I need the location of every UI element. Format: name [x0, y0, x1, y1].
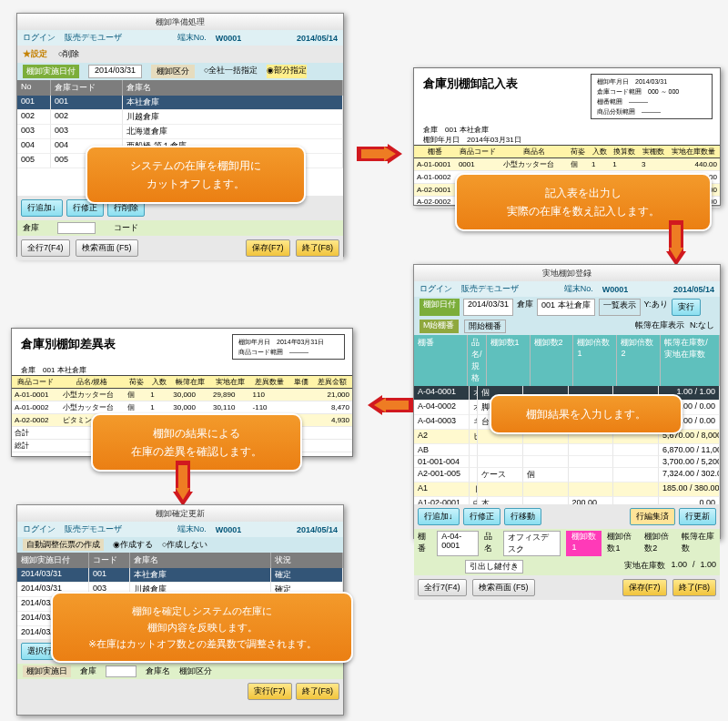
i-add-button[interactable]: 行追加↓ — [418, 508, 460, 525]
date-label: 棚卸実施日付 — [23, 65, 79, 78]
confirm-detail: 棚卸実施日 倉庫 倉庫名 棚卸区分 — [17, 664, 343, 679]
window-title: 棚卸準備処理 — [17, 14, 343, 30]
login-label: ログイン — [23, 32, 56, 44]
i-search-button[interactable]: 検索画面 (F5) — [472, 579, 535, 596]
user-name: 販売デモユーザ — [65, 32, 122, 44]
input-rowbar: 行追加↓ 行修正 行移動 行編集済 行更新 — [414, 504, 720, 529]
detail-subbar: 倉庫 コード — [17, 220, 343, 236]
arrow-left — [368, 395, 413, 415]
shelf-input[interactable]: A-04-0001 — [437, 531, 479, 556]
qty1-label: 棚卸数1 — [566, 531, 602, 556]
arrow-right-1 — [357, 144, 402, 164]
i-update-button[interactable]: 行更新 — [679, 508, 716, 525]
wh-field[interactable]: 001 本社倉庫 — [537, 299, 595, 316]
i-close-button[interactable]: 終了(F8) — [672, 579, 717, 596]
tab-set: ★設定 — [23, 48, 47, 60]
report2-title: 倉庫別棚卸差異表 — [12, 329, 125, 365]
auto-bar: 自動調整伝票の作成 ◉作成する ○作成しない — [17, 537, 343, 553]
login-bar: ログイン 販売デモユーザ 端末No. W0001 2014/05/14 — [17, 30, 343, 46]
input-loginbar: ログイン販売デモユーザ 端末No.W00012014/05/14 — [414, 281, 720, 297]
close-button[interactable]: 終了(F8) — [296, 239, 340, 257]
confirm-login: ログイン販売デモユーザ 端末No.W00012014/05/14 — [17, 522, 343, 537]
sys-date: 2014/05/14 — [297, 34, 338, 43]
c-wh-input[interactable] — [106, 665, 136, 677]
radio-partial[interactable]: ◉部分指定 — [267, 65, 307, 78]
tab-delete: ○削除 — [58, 48, 79, 60]
radio-all[interactable]: ○全社一括指定 — [204, 65, 258, 78]
term-label: 端末No. — [177, 32, 207, 44]
mode-tabs[interactable]: ★設定 ○削除 — [17, 46, 343, 63]
grid-header: No 倉庫コード 倉庫名 — [17, 80, 343, 96]
report2-callout: 棚卸の結果による 在庫の差異を確認します。 — [91, 413, 302, 472]
radio-dont[interactable]: ○作成しない — [162, 539, 207, 551]
input-footer: 全行7(F4)検索画面 (F5) 保存(F7)終了(F8) — [414, 575, 720, 600]
spec-input[interactable]: 引出し鍵付き — [465, 560, 523, 574]
footer-bar: 全行7(F4)検索画面 (F5) 保存(F7)終了(F8) — [17, 236, 343, 260]
filter-bar: 棚卸日付 2014/03/31 倉庫001 本社倉庫 一覧表示 Y:あり 実行 — [414, 297, 720, 318]
date-field[interactable]: 2014/03/31 — [463, 299, 513, 316]
save-button[interactable]: 保存(F7) — [246, 239, 290, 257]
input-grid-header: 棚番品名/規格 棚卸数1棚卸数2 棚卸倍数1棚卸倍数2 帳簿在庫数/実地在庫数 — [414, 335, 720, 386]
exec-button[interactable]: 実行 — [672, 299, 701, 316]
cutoff-window: 棚卸準備処理 ログイン 販売デモユーザ 端末No. W0001 2014/05/… — [16, 13, 344, 257]
confirm-footer: 実行(F7) 終了(F8) — [17, 679, 343, 704]
allrows-button[interactable]: 全行7(F4) — [21, 239, 70, 257]
wh-code-input[interactable] — [57, 222, 96, 234]
input-callout: 棚卸結果を入力します。 — [490, 394, 682, 434]
confirm-title: 棚卸確定更新 — [17, 505, 343, 522]
i-all-button[interactable]: 全行7(F4) — [418, 579, 467, 596]
input-title: 実地棚卸登録 — [414, 265, 720, 281]
report1-title: 倉庫別棚卸記入表 — [414, 68, 527, 125]
criteria-bar: 棚卸実施日付 2014/03/31 棚卸区分 ○全社一括指定 ◉部分指定 — [17, 63, 343, 80]
add-row-button[interactable]: 行追加↓ — [21, 199, 63, 217]
prod-input[interactable]: オフィスデスク — [503, 531, 561, 556]
i-edit-button[interactable]: 行修正 — [463, 508, 500, 525]
cutoff-callout: システムの在庫を棚卸用に カットオフします。 — [86, 146, 306, 204]
radio-make[interactable]: ◉作成する — [113, 539, 153, 551]
i-status: 行編集済 — [630, 508, 675, 525]
wh-type-label: 棚卸区分 — [151, 65, 195, 78]
disp-button[interactable]: 一覧表示 — [599, 299, 641, 316]
detail-edit: 棚番 A-04-0001 品名 オフィスデスク 棚卸数1 棚卸倍数1棚卸倍数2 … — [414, 529, 720, 558]
arrow-down-2 — [173, 461, 193, 506]
arrow-down-1 — [666, 220, 686, 266]
confirm-grid-header: 棚卸実施日付コード倉庫名状況 — [17, 553, 343, 568]
date-input[interactable]: 2014/03/31 — [88, 65, 142, 78]
search-button[interactable]: 検索画面 (F5) — [76, 239, 138, 257]
c-close-button[interactable]: 終了(F8) — [296, 683, 340, 700]
i-jump-button[interactable]: 行移動 — [504, 508, 541, 525]
term-no: W0001 — [216, 34, 242, 43]
c-exec-button[interactable]: 実行(F7) — [248, 683, 292, 700]
confirm-callout: 棚卸を確定しシステムの在庫に 棚卸内容を反映します。 ※在庫はカットオフ数との差… — [51, 592, 353, 663]
i-save-button[interactable]: 保存(F7) — [622, 579, 667, 596]
start-shelf-button[interactable]: 開始棚番 — [464, 320, 506, 333]
